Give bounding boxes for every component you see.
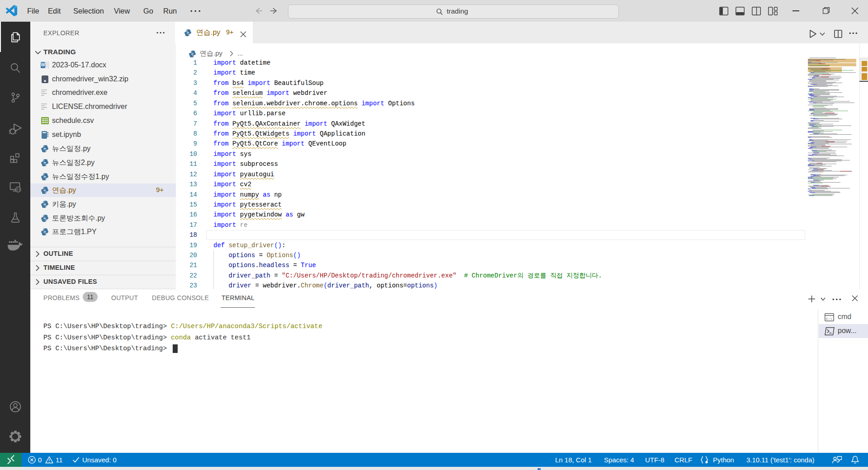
svg-text:C:\: C:\ — [826, 317, 833, 321]
svg-text:W: W — [41, 62, 45, 67]
